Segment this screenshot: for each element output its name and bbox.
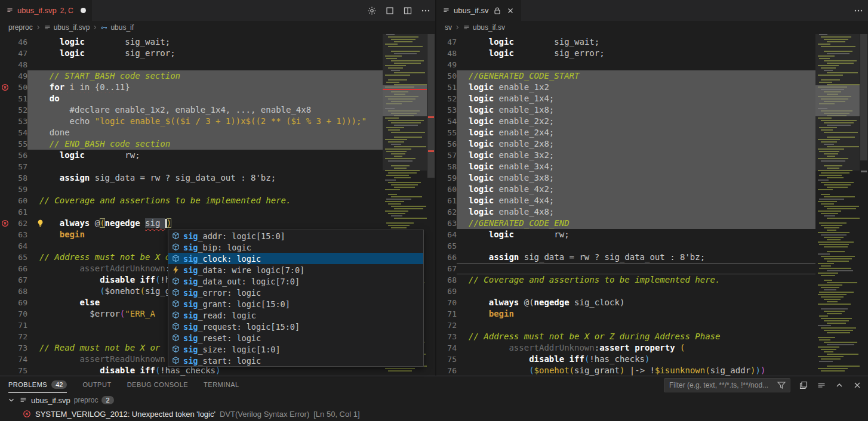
suggestion-item[interactable]: sig_data_out: logic[7:0] [168,275,423,287]
code-line-text[interactable]: logic enable_1x2 [457,82,815,93]
code-line-text[interactable] [457,286,815,297]
problems-filter[interactable] [664,378,790,392]
code-line[interactable]: 61logic enable_4x4; [436,195,815,206]
code-line-text[interactable] [457,263,815,274]
code-line[interactable]: 49 [436,59,815,70]
code-line[interactable]: 65 [436,240,815,252]
code-line[interactable]: 58logic enable_3x4; [436,161,815,172]
more-actions-icon[interactable] [854,6,863,16]
code-line-text[interactable]: #declare enable_1x2, enable_1x4, ..., en… [27,104,383,116]
code-line-text[interactable]: always @(negedge sig_) [27,218,383,229]
tab-ubus_if-sv[interactable]: ubus_if.sv [436,0,521,21]
code-line[interactable]: 71 begin [436,308,815,320]
code-line[interactable]: 47 logic sig_error; [0,48,383,59]
code-line-text[interactable]: echo "logic enable_$(($i / 3 + 1))x$((2 … [27,116,383,127]
code-line[interactable]: 62logic enable_4x8; [436,206,815,218]
filter-input[interactable] [669,381,777,389]
code-line-text[interactable]: logic enable_4x8; [457,206,815,218]
code-line[interactable]: 52logic enable_1x4; [436,93,815,104]
code-line[interactable]: 56 logic rw; [0,150,383,161]
code-line[interactable]: 51 do [0,93,383,104]
tab-terminal[interactable]: TERMINAL [204,376,239,393]
problem-item-row[interactable]: SYSTEM_VERILOG_2012: Unexpected token 'l… [0,407,868,420]
code-line[interactable]: 74 assertAddrUnknown:assert property ( [436,342,815,354]
code-line-text[interactable] [27,184,383,195]
code-line-text[interactable]: // Address must not be X or Z during Add… [457,331,815,342]
code-line-text[interactable]: logic sig_wait; [457,36,815,48]
breadcrumb-file[interactable]: ubus_if.svp [44,23,90,32]
suggestion-item[interactable]: sig_size: logic[1:0] [168,343,423,355]
code-line-text[interactable]: logic sig_error; [457,48,815,59]
code-line[interactable]: 57 [0,161,383,172]
code-line[interactable]: 75 disable iff(!has_checks) [436,354,815,365]
code-line[interactable]: 60logic enable_4x2; [436,184,815,195]
code-line[interactable]: 63//GENERATED_CODE_END [436,218,815,229]
suggestion-item[interactable]: sig_clock: logic [168,253,423,264]
maximize-panel-icon[interactable] [835,380,844,390]
lightbulb-icon[interactable] [36,219,45,228]
code-line[interactable]: 69 [436,286,815,297]
code-line-text[interactable]: logic enable_1x8; [457,104,815,116]
scrollbar-left[interactable] [427,34,435,376]
code-line[interactable]: 68// Coverage and assertions to be imple… [436,274,815,286]
code-line[interactable]: 61 [0,206,383,218]
collapse-all-icon[interactable] [817,380,826,390]
suggestion-item[interactable]: sig_read: logic [168,309,423,321]
code-line-text[interactable]: done [27,127,383,138]
code-line-text[interactable]: logic enable_3x8; [457,172,815,184]
suggestion-item[interactable]: sig_addr: logic[15:0] [168,230,423,242]
code-line[interactable]: 46 logic sig_wait; [0,36,383,48]
code-line-text[interactable]: logic enable_2x4; [457,127,815,138]
code-line-text[interactable]: for i in {0..11} [27,82,383,93]
code-line[interactable]: 62 always @(negedge sig_) [0,218,383,229]
code-line-text[interactable]: // END_BASH code section [27,138,383,150]
code-line[interactable]: 70 always @(negedge sig_clock) [436,297,815,308]
code-line[interactable]: 50//GENERATED_CODE_START [436,70,815,82]
code-area-right[interactable]: 4647 logic sig_wait;48 logic sig_error;4… [436,34,815,376]
code-line[interactable]: 52 #declare enable_1x2, enable_1x4, ...,… [0,104,383,116]
suggestion-item[interactable]: sig_start: logic [168,355,423,366]
code-line[interactable]: 55logic enable_2x4; [436,127,815,138]
code-line-text[interactable]: //GENERATED_CODE_END [457,218,815,229]
code-line[interactable]: 47 logic sig_wait; [436,36,815,48]
code-line-text[interactable] [27,206,383,218]
suggestion-item[interactable]: sig_bip: logic [168,242,423,253]
code-line-text[interactable]: logic enable_4x2; [457,184,815,195]
code-line[interactable]: 53logic enable_1x8; [436,104,815,116]
tab-ubus_if-svp[interactable]: ubus_if.svp 2, C [0,0,92,21]
suggestion-item[interactable]: sig_error: logic [168,287,423,298]
code-line-text[interactable]: assign sig_data = rw ? sig_data_out : 8'… [27,172,383,184]
dirty-indicator-dot[interactable] [81,8,86,13]
open-preview-icon[interactable] [385,6,395,16]
view-as-table-icon[interactable] [799,380,808,390]
code-line[interactable]: 53 echo "logic enable_$(($i / 3 + 1))x$(… [0,116,383,127]
problems-file-row[interactable]: ubus_if.svp preproc 2 [0,393,868,407]
scrollbar-thumb[interactable] [860,34,867,160]
code-line[interactable]: 66 assign sig_data = rw ? sig_data_out :… [436,252,815,263]
code-line[interactable]: 73// Address must not be X or Z during A… [436,331,815,342]
code-line-text[interactable] [27,161,383,172]
gear-icon[interactable] [367,6,377,16]
suggestion-item[interactable]: sig_grant: logic[15:0] [168,298,423,309]
split-editor-icon[interactable] [403,6,413,16]
code-line-text[interactable]: logic enable_2x2; [457,116,815,127]
code-line-text[interactable]: logic enable_4x4; [457,195,815,206]
code-line[interactable]: 49 // START_BASH code section [0,70,383,82]
code-line-text[interactable]: // START_BASH code section [27,70,383,82]
suggestion-item[interactable]: sig_reset: logic [168,332,423,343]
code-line-text[interactable]: assign sig_data = rw ? sig_data_out : 8'… [457,252,815,263]
suggestion-item[interactable]: sig_request: logic[15:0] [168,321,423,332]
tab-output[interactable]: OUTPUT [82,376,111,393]
code-line[interactable]: 48 [0,59,383,70]
code-line-text[interactable]: logic enable_2x8; [457,138,815,150]
code-line[interactable]: 51logic enable_1x2 [436,82,815,93]
code-line-text[interactable]: // Coverage and assertions to be impleme… [457,274,815,286]
code-line[interactable]: 59 [0,184,383,195]
code-line[interactable]: 56logic enable_2x8; [436,138,815,150]
code-line[interactable]: 57logic enable_3x2; [436,150,815,161]
breadcrumb-folder[interactable]: sv [445,23,452,32]
code-line-text[interactable]: always @(negedge sig_clock) [457,297,815,308]
breadcrumb-file[interactable]: ubus_if.sv [463,23,505,32]
code-line-text[interactable]: logic sig_error; [27,48,383,59]
code-line[interactable]: 76 ($onehot(sig_grant) |-> !$isunknown(s… [436,365,815,376]
